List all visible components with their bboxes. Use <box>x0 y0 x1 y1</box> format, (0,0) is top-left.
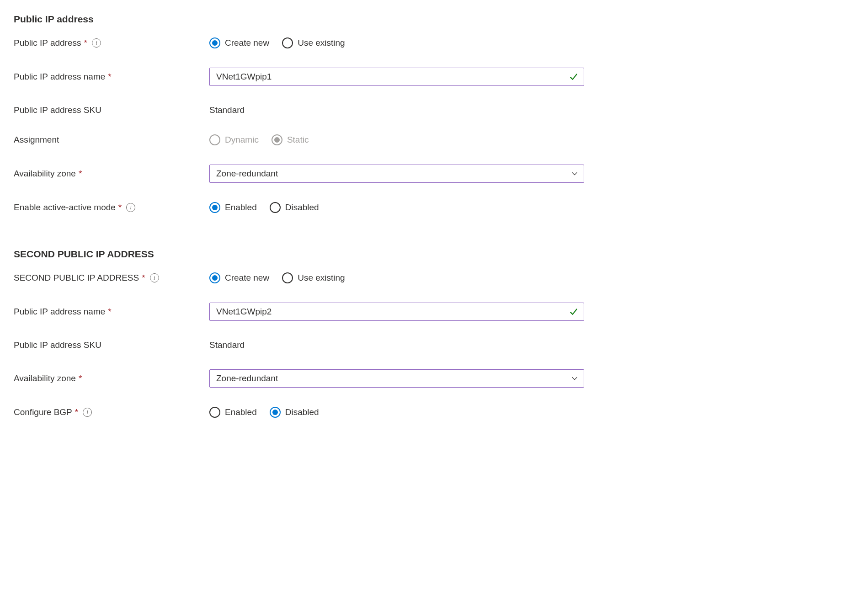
row-pip-sku: Public IP address SKU Standard <box>14 105 868 115</box>
field-bgp: Enabled Disabled <box>209 407 584 418</box>
label-assignment-text: Assignment <box>14 135 59 145</box>
radio-disabled-label: Disabled <box>285 202 319 213</box>
radio-circle-icon <box>270 407 281 418</box>
radio-circle-icon <box>209 407 220 418</box>
radio-circle-icon <box>272 134 282 145</box>
row-public-ip: Public IP address * i Create new Use exi… <box>14 37 868 48</box>
input-pip2-name[interactable] <box>209 303 584 321</box>
label-pip-name-text: Public IP address name <box>14 72 105 82</box>
label-active-active-text: Enable active-active mode <box>14 202 116 213</box>
label-az-2-text: Availability zone <box>14 373 76 383</box>
radio-bgp-enabled-label: Enabled <box>225 407 257 417</box>
label-pip2-sku-text: Public IP address SKU <box>14 340 101 350</box>
radio-create-new-2[interactable]: Create new <box>209 272 269 283</box>
row-second-public-ip: SECOND PUBLIC IP ADDRESS * i Create new … <box>14 272 868 283</box>
label-availability-zone: Availability zone * <box>14 169 209 179</box>
field-public-ip: Create new Use existing <box>209 37 584 48</box>
row-pip2-sku: Public IP address SKU Standard <box>14 340 868 350</box>
radio-circle-icon <box>282 37 293 48</box>
radio-group-bgp: Enabled Disabled <box>209 407 319 418</box>
radio-bgp-disabled[interactable]: Disabled <box>270 407 319 418</box>
radio-dynamic: Dynamic <box>209 134 259 145</box>
label-pip2-name: Public IP address name * <box>14 307 209 317</box>
label-pip2-sku: Public IP address SKU <box>14 340 209 350</box>
radio-use-existing-2[interactable]: Use existing <box>282 272 345 283</box>
info-icon[interactable]: i <box>83 408 92 417</box>
info-icon[interactable]: i <box>92 38 101 48</box>
required-asterisk: * <box>108 307 111 317</box>
radio-use-existing-2-label: Use existing <box>298 273 345 283</box>
radio-circle-icon <box>282 272 293 283</box>
radio-bgp-enabled[interactable]: Enabled <box>209 407 257 418</box>
field-assignment: Dynamic Static <box>209 134 584 145</box>
radio-dynamic-label: Dynamic <box>225 135 259 145</box>
row-pip-name: Public IP address name * <box>14 68 868 86</box>
select-availability-zone[interactable]: Zone-redundant <box>209 165 584 183</box>
label-bgp-text: Configure BGP <box>14 407 72 417</box>
row-bgp: Configure BGP * i Enabled Disabled <box>14 407 868 418</box>
label-public-ip: Public IP address * i <box>14 38 209 48</box>
label-public-ip-text: Public IP address <box>14 38 81 48</box>
radio-circle-icon <box>209 37 220 48</box>
field-second-public-ip: Create new Use existing <box>209 272 584 283</box>
radio-circle-icon <box>209 202 220 213</box>
field-pip-name <box>209 68 584 86</box>
label-pip-sku: Public IP address SKU <box>14 105 209 115</box>
text-input-wrap <box>209 68 584 86</box>
row-availability-zone: Availability zone * Zone-redundant <box>14 165 868 183</box>
radio-group-second-public-ip: Create new Use existing <box>209 272 345 283</box>
info-icon[interactable]: i <box>150 273 159 282</box>
field-availability-zone: Zone-redundant <box>209 165 584 183</box>
select-az-2-value: Zone-redundant <box>216 373 278 383</box>
radio-group-active-active: Enabled Disabled <box>209 202 319 213</box>
radio-create-new-label: Create new <box>225 38 269 48</box>
radio-circle-icon <box>209 134 220 145</box>
required-asterisk: * <box>142 273 145 283</box>
info-icon[interactable]: i <box>126 203 135 212</box>
required-asterisk: * <box>79 373 82 383</box>
row-pip2-name: Public IP address name * <box>14 303 868 321</box>
text-input-wrap <box>209 303 584 321</box>
label-pip2-name-text: Public IP address name <box>14 307 105 317</box>
radio-enabled[interactable]: Enabled <box>209 202 257 213</box>
field-pip-sku: Standard <box>209 105 584 115</box>
label-active-active: Enable active-active mode * i <box>14 202 209 213</box>
radio-group-assignment: Dynamic Static <box>209 134 309 145</box>
radio-bgp-disabled-label: Disabled <box>285 407 319 417</box>
radio-create-new-2-label: Create new <box>225 273 269 283</box>
required-asterisk: * <box>84 38 87 48</box>
form-page: Public IP address Public IP address * i … <box>0 0 868 436</box>
field-pip2-sku: Standard <box>209 340 584 350</box>
select-wrap: Zone-redundant <box>209 369 584 388</box>
radio-use-existing[interactable]: Use existing <box>282 37 345 48</box>
required-asterisk: * <box>75 407 78 417</box>
select-availability-zone-2[interactable]: Zone-redundant <box>209 369 584 388</box>
radio-disabled[interactable]: Disabled <box>270 202 319 213</box>
label-second-public-ip: SECOND PUBLIC IP ADDRESS * i <box>14 273 209 283</box>
field-active-active: Enabled Disabled <box>209 202 584 213</box>
radio-use-existing-label: Use existing <box>298 38 345 48</box>
field-pip2-name <box>209 303 584 321</box>
required-asterisk: * <box>108 72 111 82</box>
required-asterisk: * <box>79 169 82 179</box>
select-az-value: Zone-redundant <box>216 169 278 179</box>
label-bgp: Configure BGP * i <box>14 407 209 417</box>
radio-circle-icon <box>209 272 220 283</box>
row-assignment: Assignment Dynamic Static <box>14 134 868 145</box>
label-pip-sku-text: Public IP address SKU <box>14 105 101 115</box>
radio-static: Static <box>272 134 309 145</box>
readout-pip-sku: Standard <box>209 105 245 115</box>
input-pip-name[interactable] <box>209 68 584 86</box>
radio-circle-icon <box>270 202 281 213</box>
label-availability-zone-2: Availability zone * <box>14 373 209 383</box>
label-assignment: Assignment <box>14 135 209 145</box>
section-divider <box>14 232 868 240</box>
field-availability-zone-2: Zone-redundant <box>209 369 584 388</box>
required-asterisk: * <box>118 202 122 213</box>
radio-create-new[interactable]: Create new <box>209 37 269 48</box>
label-second-public-ip-text: SECOND PUBLIC IP ADDRESS <box>14 273 139 283</box>
select-wrap: Zone-redundant <box>209 165 584 183</box>
section-heading-public-ip: Public IP address <box>14 14 868 25</box>
radio-static-label: Static <box>287 135 309 145</box>
row-availability-zone-2: Availability zone * Zone-redundant <box>14 369 868 388</box>
